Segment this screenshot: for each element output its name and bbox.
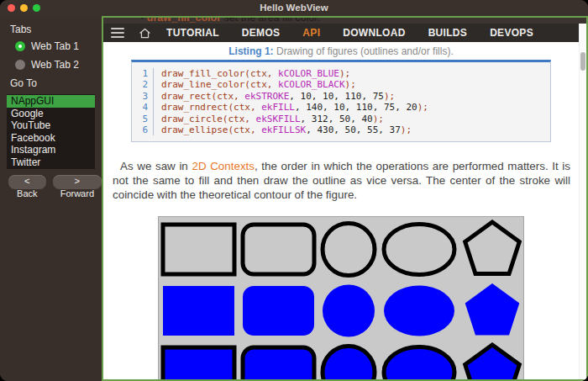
radio-web-tab-2[interactable]: Web Tab 2	[15, 59, 102, 71]
list-item-facebook[interactable]: Facebook	[7, 132, 95, 145]
site-listbox: NAppGUI Google YouTube Facebook Instagra…	[7, 94, 95, 169]
window-title: Hello WebView	[0, 0, 588, 16]
2d-contexts-link[interactable]: 2D Contexts	[192, 160, 255, 172]
radio-label: Web Tab 2	[31, 59, 79, 71]
webview: • draw_fill_color set the area fill colo…	[102, 16, 588, 381]
forward-button[interactable]: > Forward	[53, 175, 102, 189]
nav-item-builds[interactable]: BUILDS	[428, 27, 467, 39]
site-navbar: TUTORIAL DEMOS API DOWNLOAD BUILDS DEVOP…	[103, 24, 579, 42]
tabs-label: Tabs	[10, 24, 102, 35]
nav-item-tutorial[interactable]: TUTORIAL	[166, 27, 219, 39]
scrollbar-thumb[interactable]	[580, 52, 585, 71]
code-line: 1draw_fill_color(ctx, kCOLOR_BLUE);	[132, 68, 550, 79]
goto-label: Go To	[10, 77, 102, 89]
code-line: 5draw_circle(ctx, ekSKFILL, 312, 50, 40)…	[132, 114, 550, 124]
close-icon[interactable]	[8, 4, 15, 12]
nav-item-api[interactable]: API	[302, 27, 320, 39]
nav-menu: TUTORIAL DEMOS API DOWNLOAD BUILDS DEVOP…	[166, 27, 533, 39]
radio-web-tab-1[interactable]: Web Tab 1	[15, 40, 102, 52]
peek-text: • draw_fill_color set the area fill colo…	[140, 18, 586, 24]
nav-buttons: < Back > Forward	[8, 175, 102, 189]
webview-main: TUTORIAL DEMOS API DOWNLOAD BUILDS DEVOP…	[103, 24, 586, 379]
webview-column: TUTORIAL DEMOS API DOWNLOAD BUILDS DEVOP…	[103, 24, 579, 379]
listing-caption: Listing 1: Drawing of figures (outlines …	[103, 45, 579, 57]
list-item-nappgui[interactable]: NAppGUI	[7, 95, 95, 108]
code-line: 6draw_ellipse(ctx, ekFILLSK, 430, 50, 55…	[132, 124, 550, 135]
nav-item-download[interactable]: DOWNLOAD	[343, 27, 405, 39]
back-button[interactable]: < Back	[8, 175, 46, 189]
nav-item-demos[interactable]: DEMOS	[242, 27, 281, 39]
zoom-icon[interactable]	[33, 4, 40, 12]
home-icon[interactable]	[139, 27, 151, 40]
list-item-youtube[interactable]: YouTube	[7, 119, 95, 132]
radio-label: Web Tab 1	[31, 40, 79, 52]
list-item-twitter[interactable]: Twitter	[7, 156, 95, 169]
code-line: 2draw_line_color(ctx, kCOLOR_BLACK);	[132, 79, 550, 90]
figure-row-fill-outline	[163, 345, 519, 379]
code-line: 4draw_rndrect(ctx, ekFILL, 140, 10, 110,…	[132, 102, 550, 113]
menu-icon[interactable]	[111, 28, 124, 38]
list-item-instagram[interactable]: Instagram	[7, 144, 95, 156]
figures-image	[158, 216, 524, 379]
scrollbar-track[interactable]	[579, 24, 586, 379]
app-window: Hello WebView Tabs Web Tab 1 Web Tab 2 G…	[0, 0, 588, 381]
app-body: Tabs Web Tab 1 Web Tab 2 Go To NAppGUI G…	[0, 16, 588, 381]
code-line: 3draw_rect(ctx, ekSTROKE, 10, 10, 110, 7…	[132, 91, 550, 102]
radio-unselected-icon	[15, 60, 25, 70]
figure-row-fill	[163, 283, 519, 337]
sidebar: Tabs Web Tab 1 Web Tab 2 Go To NAppGUI G…	[0, 16, 102, 381]
page-content: Listing 1: Drawing of figures (outlines …	[103, 42, 579, 379]
code-listing: 1draw_fill_color(ctx, kCOLOR_BLUE); 2dra…	[131, 60, 551, 142]
figure-row-outline	[163, 222, 519, 276]
title-bar: Hello WebView	[0, 0, 588, 16]
traffic-lights	[8, 4, 40, 12]
radio-selected-icon	[15, 41, 25, 51]
body-paragraph: As we saw in 2D Contexts, the order in w…	[113, 159, 570, 202]
nav-item-devops[interactable]: DEVOPS	[490, 27, 533, 39]
minimize-icon[interactable]	[20, 4, 28, 12]
listing-label: Listing 1:	[228, 45, 273, 57]
list-item-google[interactable]: Google	[7, 108, 95, 120]
scrolled-content-sliver: • draw_fill_color set the area fill colo…	[103, 18, 586, 24]
peek-link[interactable]: draw_fill_color	[147, 18, 221, 24]
